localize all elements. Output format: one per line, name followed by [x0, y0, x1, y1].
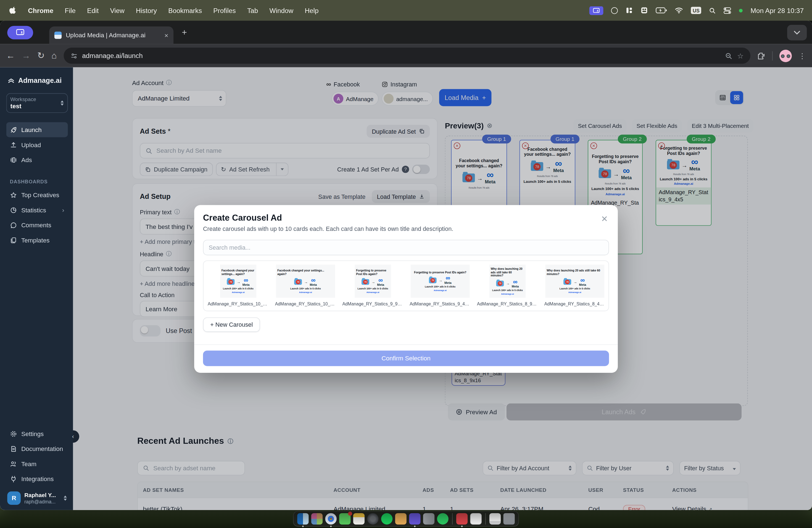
remove-card-icon[interactable]: ✕: [658, 143, 665, 149]
filter-ad-account[interactable]: Filter by Ad Account: [483, 461, 576, 475]
duplicate-ad-set-button[interactable]: Duplicate Ad Set: [366, 125, 430, 138]
dock-launchpad-icon[interactable]: [311, 513, 323, 524]
adset-search[interactable]: [137, 461, 245, 475]
dock-settings-icon[interactable]: [367, 513, 378, 524]
confirm-selection-button[interactable]: Confirm Selection: [203, 350, 609, 366]
set-flexible-ads-button[interactable]: Set Flexible Ads: [632, 119, 682, 133]
use-post-id-toggle[interactable]: [140, 325, 160, 337]
stage-manager-icon[interactable]: [626, 6, 633, 14]
load-media-button[interactable]: Load Media+: [439, 89, 491, 106]
sidebar-item-team[interactable]: Team: [6, 456, 68, 471]
new-tab-button[interactable]: +: [182, 27, 187, 38]
control-center-icon[interactable]: [724, 7, 731, 14]
dock-finder-icon[interactable]: [297, 513, 308, 524]
browser-profile-chip[interactable]: [7, 26, 33, 39]
sidebar-item-integrations[interactable]: Integrations: [6, 471, 68, 486]
sidebar-collapse-button[interactable]: ‹: [67, 430, 79, 443]
view-toggle[interactable]: [715, 90, 744, 105]
menubar-app-name[interactable]: Chrome: [28, 6, 53, 14]
menu-profiles[interactable]: Profiles: [213, 6, 236, 14]
facebook-page-pill[interactable]: A AdManage: [331, 92, 379, 106]
sidebar-item-upload[interactable]: Upload: [6, 137, 68, 152]
table-row[interactable]: better (TikTok) AdManage Limited 1 1 Apr…: [138, 498, 748, 510]
remove-card-icon[interactable]: ✕: [522, 143, 528, 149]
filter-user[interactable]: Filter by User: [582, 461, 674, 475]
sidebar-item-templates[interactable]: Templates: [6, 233, 68, 247]
tab-search-button[interactable]: [787, 25, 807, 40]
dock-trash-icon[interactable]: [504, 513, 515, 524]
forward-button[interactable]: →: [22, 52, 31, 60]
apple-menu-icon[interactable]: [10, 6, 17, 15]
media-item[interactable]: Why does launching 20 ads still take 60 …: [543, 265, 607, 307]
app-logo[interactable]: Admanage.ai: [7, 77, 68, 85]
url-text[interactable]: admanage.ai/launch: [82, 52, 721, 60]
back-button[interactable]: ←: [6, 52, 15, 60]
adset-search-input[interactable]: [153, 465, 239, 472]
menubar-clock[interactable]: Mon Apr 28 10:37: [751, 6, 804, 14]
menu-view[interactable]: View: [110, 6, 124, 14]
menu-history[interactable]: History: [136, 6, 157, 14]
modal-close-icon[interactable]: ✕: [601, 214, 608, 224]
filter-status[interactable]: Filter by Status: [679, 461, 740, 475]
media-item[interactable]: Forgetting to preserve Post IDs again? 7…: [342, 265, 405, 307]
preview-ad-button[interactable]: Preview Ad: [448, 404, 505, 421]
input-source-badge[interactable]: US: [691, 6, 701, 14]
view-details-link[interactable]: View Details ↗: [667, 505, 748, 510]
sidebar-item-top-creatives[interactable]: Top Creatives: [6, 188, 68, 202]
wifi-icon[interactable]: [675, 7, 683, 14]
new-carousel-button[interactable]: + New Carousel: [203, 317, 260, 332]
omnibox[interactable]: admanage.ai/launch ☆: [63, 48, 750, 64]
sidebar-item-launch[interactable]: Launch: [6, 122, 68, 137]
dock-iphone-mirroring-icon[interactable]: [423, 513, 434, 524]
menu-bookmarks[interactable]: Bookmarks: [168, 6, 202, 14]
media-item[interactable]: Forgetting to preserve Post IDs again? 7…: [408, 265, 472, 307]
dock-chrome-icon[interactable]: [325, 513, 337, 524]
tab-close-icon[interactable]: ×: [164, 31, 168, 39]
duplicate-campaign-button[interactable]: Duplicate Campaign: [140, 163, 213, 176]
clear-preview-icon[interactable]: ⊗: [487, 122, 492, 130]
menu-window[interactable]: Window: [269, 6, 293, 14]
site-settings-icon[interactable]: [70, 52, 77, 59]
info-icon[interactable]: ⓘ: [228, 437, 233, 445]
sidebar-item-ads[interactable]: Ads: [6, 152, 68, 167]
workspace-selector[interactable]: Workspace test: [6, 93, 68, 113]
menu-file[interactable]: File: [65, 6, 76, 14]
sidebar-item-statistics[interactable]: Statistics ›: [6, 202, 68, 217]
menu-edit[interactable]: Edit: [87, 6, 99, 14]
dock[interactable]: [293, 511, 519, 527]
dock-spotify-icon[interactable]: [381, 513, 392, 524]
media-search[interactable]: [203, 240, 609, 255]
screen-sharing-icon[interactable]: [590, 6, 604, 15]
media-search-input[interactable]: [209, 245, 604, 251]
save-as-template-button[interactable]: Save as Template: [318, 193, 365, 200]
create-per-ad-toggle[interactable]: [412, 165, 430, 174]
reload-button[interactable]: ↻: [37, 52, 45, 60]
kebab-menu-icon[interactable]: ⋮: [798, 52, 806, 59]
extensions-icon[interactable]: [757, 52, 765, 60]
media-item[interactable]: Facebook changed your settings... again?…: [207, 265, 270, 307]
dock-notes-icon[interactable]: [353, 513, 365, 524]
help-icon[interactable]: ?: [402, 166, 409, 173]
window-tiles-icon[interactable]: [641, 6, 648, 14]
table-view-button[interactable]: [716, 91, 729, 104]
dock-linear-icon[interactable]: [456, 513, 468, 524]
instagram-page-pill[interactable]: admanage...: [382, 92, 433, 106]
sidebar-item-settings[interactable]: Settings: [6, 426, 68, 441]
remove-card-icon[interactable]: ✕: [454, 143, 460, 149]
dock-messages-icon[interactable]: [339, 513, 350, 524]
ad-set-search-input[interactable]: [156, 147, 424, 155]
dock-tableplus-icon[interactable]: [409, 513, 420, 524]
menu-help[interactable]: Help: [305, 6, 318, 14]
refresh-dropdown-caret[interactable]: [276, 163, 288, 176]
dock-textedit-icon[interactable]: [489, 513, 501, 524]
ad-set-search[interactable]: [140, 143, 430, 159]
user-menu[interactable]: R Raphael Y... raph@adma...: [6, 491, 68, 505]
sidebar-item-documentation[interactable]: Documentation: [6, 441, 68, 456]
dock-whatsapp-icon[interactable]: [437, 513, 449, 524]
sidebar-item-comments[interactable]: Comments: [6, 218, 68, 233]
bookmark-star-icon[interactable]: ☆: [737, 52, 744, 60]
ad-account-select[interactable]: AdManage Limited: [132, 90, 226, 107]
media-item[interactable]: Why does launching 20 ads still take 60 …: [476, 265, 539, 307]
menu-tab[interactable]: Tab: [247, 6, 258, 14]
remove-card-icon[interactable]: ✕: [591, 143, 597, 149]
